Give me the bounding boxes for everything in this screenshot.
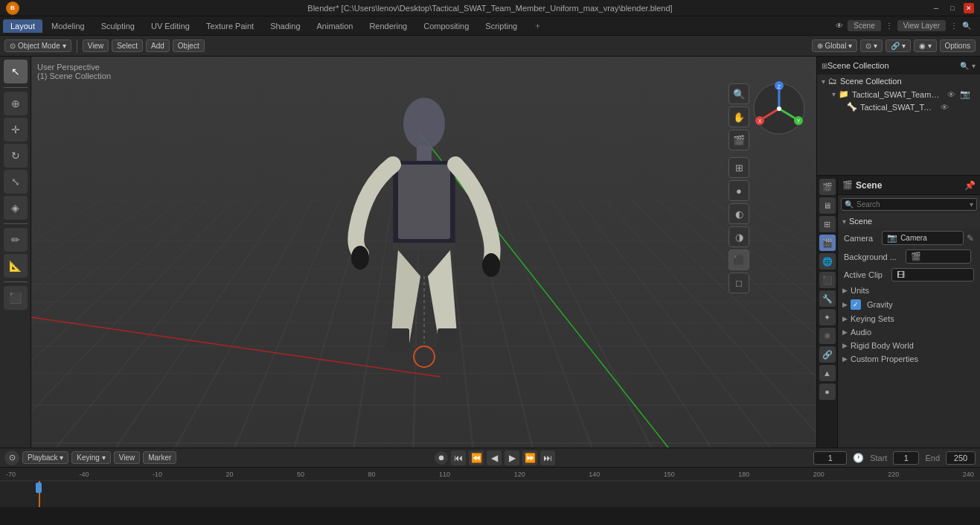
timeline-icon[interactable]: ⊙ [4, 451, 19, 465]
camera-edit-icon[interactable]: ✎ [967, 233, 974, 244]
transform-tool[interactable]: ◈ [4, 196, 28, 220]
wireframe-btn[interactable]: □ [728, 273, 749, 293]
props-dropdown-icon[interactable]: ▾ [970, 200, 973, 209]
active-clip-field[interactable]: 🎞 [891, 268, 974, 281]
props-material-icon[interactable]: ● [819, 384, 836, 400]
jump-start-btn[interactable]: ⏮ [451, 451, 466, 465]
pin-icon[interactable]: 📌 [964, 180, 976, 191]
start-frame-input[interactable] [893, 451, 919, 465]
select-menu[interactable]: Select [112, 39, 143, 52]
close-button[interactable]: ✕ [964, 3, 974, 13]
move-tool[interactable]: ✛ [4, 118, 28, 141]
material-preview-btn[interactable]: ◐ [728, 203, 749, 224]
record-btn[interactable]: ⏺ [435, 451, 448, 465]
scene-collection-item[interactable]: ▾ 🗂 Scene Collection [817, 74, 980, 88]
step-fwd-btn[interactable]: ⏩ [522, 451, 537, 465]
props-world-icon[interactable]: 🌐 [819, 253, 836, 270]
tab-uv-editing[interactable]: UV Editing [144, 19, 197, 33]
outliner-search-icon[interactable]: 🔍 [960, 62, 969, 70]
props-data-icon[interactable]: ▲ [819, 365, 836, 381]
tab-compositing[interactable]: Compositing [416, 19, 476, 33]
tab-sculpting[interactable]: Sculpting [94, 19, 142, 33]
rigid-body-world-row[interactable]: ▶ Rigid Body World [838, 339, 980, 352]
cursor-tool[interactable]: ⊕ [4, 92, 28, 115]
maximize-button[interactable]: □ [947, 3, 958, 13]
object-menu[interactable]: Object [173, 39, 205, 52]
audio-row[interactable]: ▶ Audio [838, 325, 980, 339]
object-mode-dropdown[interactable]: ⊙ Object Mode ▾ [4, 39, 71, 52]
props-object-icon[interactable]: ⬛ [819, 272, 836, 288]
rotate-tool[interactable]: ↻ [4, 144, 28, 168]
tab-modeling[interactable]: Modeling [44, 19, 92, 33]
select-tool[interactable]: ↖ [4, 60, 28, 83]
end-frame-input[interactable] [946, 451, 976, 465]
playback-menu[interactable]: Playback ▾ [22, 451, 68, 464]
custom-properties-row[interactable]: ▶ Custom Properties [838, 352, 980, 366]
snap-toggle[interactable]: 🔗 ▾ [885, 39, 911, 52]
props-render-icon[interactable]: 🎬 [819, 179, 836, 195]
props-search-input[interactable] [854, 200, 970, 209]
outliner-filter-btn[interactable]: ▾ [972, 62, 976, 70]
tab-rendering[interactable]: Rendering [362, 19, 414, 33]
proportional-editing[interactable]: ◉ ▾ [914, 39, 937, 52]
scale-tool[interactable]: ⤡ [4, 170, 28, 194]
props-constraints-icon[interactable]: 🔗 [819, 346, 836, 363]
options-menu[interactable]: Options [940, 39, 976, 52]
props-particles-icon[interactable]: ✦ [819, 309, 836, 325]
tab-add[interactable]: ＋ [526, 18, 549, 34]
gravity-row[interactable]: ▶ Gravity [838, 297, 980, 312]
camera-btn[interactable]: 🎬 [728, 130, 749, 150]
frame-clock-icon[interactable]: 🕐 [853, 453, 864, 463]
scene-section-header[interactable]: ▾ Scene [838, 214, 980, 229]
end-label: End [925, 454, 940, 462]
keying-menu[interactable]: Keying ▾ [71, 451, 110, 464]
solid-view-btn[interactable]: ⬛ [728, 249, 749, 270]
props-output-icon[interactable]: 🖥 [819, 197, 836, 214]
render-preview-btn[interactable]: ● [728, 180, 749, 201]
minimize-button[interactable]: ─ [931, 3, 941, 13]
render-visibility-icon[interactable]: 📷 [960, 89, 970, 99]
camera-field[interactable]: 📷 Camera [882, 231, 964, 245]
orthographic-btn[interactable]: ⊞ [728, 157, 749, 178]
rendered-btn[interactable]: ◑ [728, 226, 749, 247]
zoom-to-fit-btn[interactable]: 🔍 [728, 83, 749, 104]
tab-shading[interactable]: Shading [263, 19, 307, 33]
object-name-1: Tactical_SWAT_Team_Me... [852, 90, 941, 99]
tab-texture-paint[interactable]: Texture Paint [199, 19, 261, 33]
view-layer-selector[interactable]: View Layer [897, 20, 946, 31]
object-item-2[interactable]: 🦴 Tactical_SWAT_Team 👁 [817, 101, 980, 113]
props-view-layer-icon[interactable]: ⊞ [819, 216, 836, 232]
props-modifier-icon[interactable]: 🔧 [819, 290, 836, 307]
props-scene-icon[interactable]: 🎬 [819, 235, 836, 251]
units-section[interactable]: ▶ Units [838, 284, 980, 297]
transform-global[interactable]: ⊕ Global ▾ [812, 39, 857, 52]
camera-icon: 📷 [887, 233, 897, 243]
background-field[interactable]: 🎬 [906, 249, 971, 264]
annotate-tool[interactable]: ✏ [4, 228, 28, 252]
visibility-icon2[interactable]: 👁 [941, 103, 949, 112]
visibility-icon[interactable]: 👁 [947, 90, 955, 99]
props-physics-icon[interactable]: ⚛ [819, 328, 836, 344]
jump-end-btn[interactable]: ⏭ [540, 451, 555, 465]
scene-selector[interactable]: Scene [848, 20, 880, 31]
gravity-checkbox[interactable] [851, 299, 861, 310]
play-back-btn[interactable]: ◀ [487, 451, 502, 465]
transform-pivot[interactable]: ⊙ ▾ [860, 39, 883, 52]
add-cube-tool[interactable]: ⬛ [4, 286, 28, 310]
step-back-btn[interactable]: ⏪ [469, 451, 484, 465]
current-frame-input[interactable]: 1 [813, 451, 847, 465]
keying-sets-row[interactable]: ▶ Keying Sets [838, 312, 980, 325]
add-menu[interactable]: Add [146, 39, 170, 52]
tab-animation[interactable]: Animation [310, 19, 361, 33]
rigid-body-arrow: ▶ [842, 342, 848, 349]
tab-scripting[interactable]: Scripting [478, 19, 525, 33]
view-menu-tl[interactable]: View [114, 451, 141, 464]
marker-menu[interactable]: Marker [143, 451, 176, 464]
tab-layout[interactable]: Layout [3, 19, 42, 33]
object-item-1[interactable]: ▾ 📁 Tactical_SWAT_Team_Me... 👁 📷 [817, 88, 980, 101]
view-menu[interactable]: View [83, 39, 109, 52]
play-btn[interactable]: ▶ [505, 451, 519, 465]
fly-navigate-btn[interactable]: ✋ [728, 106, 749, 127]
measure-tool[interactable]: 📐 [4, 254, 28, 278]
viewport-gizmo[interactable]: Z Y X [749, 79, 809, 140]
